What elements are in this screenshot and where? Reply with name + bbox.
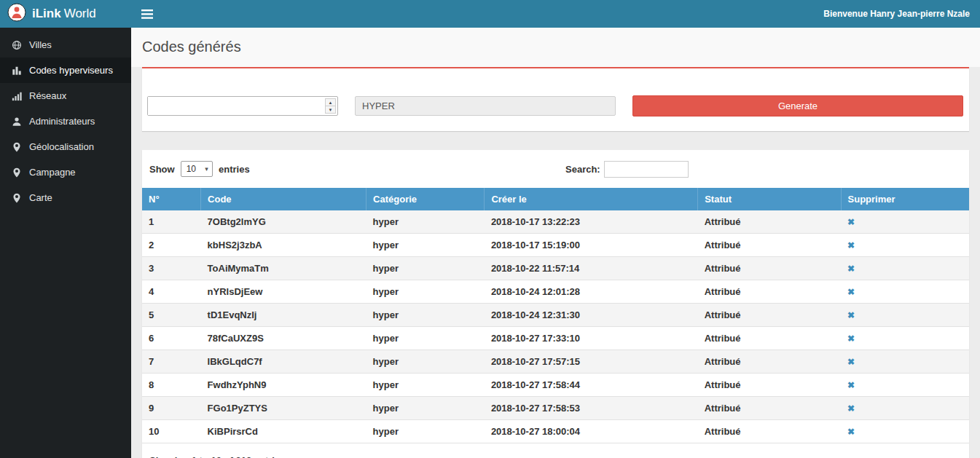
sidebar-item-label: Administrateurs bbox=[29, 116, 95, 127]
row-number-cell: 3 bbox=[142, 257, 201, 280]
status-cell: Attribué bbox=[698, 420, 841, 443]
status-cell: Attribué bbox=[698, 350, 841, 374]
stepper-up-icon[interactable]: ▲ bbox=[326, 99, 335, 106]
brand[interactable]: iLinkWorld bbox=[0, 0, 131, 28]
page-length-select[interactable]: 10 ▾ bbox=[181, 161, 213, 177]
sidebar-item-label: Campagne bbox=[29, 167, 76, 178]
table-row: 9FGo1PyZTYShyper2018-10-27 17:58:53Attri… bbox=[142, 397, 969, 420]
row-number-cell: 2 bbox=[142, 234, 201, 257]
column-header: Supprimer bbox=[841, 188, 969, 210]
quantity-stepper[interactable]: ▲ ▼ bbox=[147, 96, 338, 116]
sidebar-item-campagne[interactable]: Campagne bbox=[0, 159, 131, 185]
table-row: 4nYRlsDjEewhyper2018-10-24 12:01:28Attri… bbox=[142, 280, 969, 304]
sidebar-toggle-icon[interactable] bbox=[141, 9, 153, 19]
brand-text: iLinkWorld bbox=[32, 7, 96, 21]
category-field[interactable] bbox=[355, 96, 616, 116]
sidebar-item-label: Réseaux bbox=[29, 90, 66, 101]
delete-icon[interactable]: ✖ bbox=[847, 310, 855, 320]
delete-icon[interactable]: ✖ bbox=[847, 403, 855, 414]
column-header: Catégorie bbox=[366, 188, 485, 210]
table-info: Showing 1 to 10 of 218 entries bbox=[149, 455, 962, 458]
category-cell: hyper bbox=[366, 257, 485, 280]
category-cell: hyper bbox=[366, 210, 485, 234]
sidebar-item-carte[interactable]: Carte bbox=[0, 185, 131, 210]
created-cell: 2018-10-27 17:33:10 bbox=[485, 327, 698, 350]
sidebar-item-label: Codes hyperviseurs bbox=[29, 65, 113, 76]
row-number-cell: 9 bbox=[142, 397, 201, 420]
delete-icon[interactable]: ✖ bbox=[847, 333, 855, 344]
sidebar-menu: VillesCodes hyperviseursRéseauxAdministr… bbox=[0, 28, 131, 210]
delete-icon[interactable]: ✖ bbox=[847, 427, 855, 437]
search-input[interactable] bbox=[604, 161, 689, 178]
delete-icon[interactable]: ✖ bbox=[847, 287, 855, 297]
stepper-down-icon[interactable]: ▼ bbox=[326, 106, 335, 113]
table-row: 3ToAiMymaTmhyper2018-10-22 11:57:14Attri… bbox=[142, 257, 969, 280]
created-cell: 2018-10-27 18:00:04 bbox=[485, 420, 698, 443]
category-cell: hyper bbox=[366, 327, 485, 350]
delete-icon[interactable]: ✖ bbox=[847, 380, 855, 390]
code-cell: nYRlsDjEew bbox=[201, 280, 366, 304]
created-cell: 2018-10-27 17:58:53 bbox=[485, 397, 698, 420]
table-row: 5tD1EvqNzIjhyper2018-10-24 12:31:30Attri… bbox=[142, 304, 969, 327]
table-header-row: N°CodeCatégorieCréer leStatutSupprimer bbox=[142, 188, 969, 210]
table-row: 8FwdhzYphN9hyper2018-10-27 17:58:44Attri… bbox=[142, 374, 969, 397]
map-marker-icon bbox=[11, 167, 22, 178]
code-cell: FwdhzYphN9 bbox=[201, 374, 366, 397]
quantity-input[interactable] bbox=[148, 97, 325, 115]
entries-label: entries bbox=[219, 164, 250, 175]
signal-icon bbox=[11, 91, 22, 101]
category-cell: hyper bbox=[366, 374, 485, 397]
delete-cell: ✖ bbox=[841, 210, 969, 234]
main-content: Codes générés ▲ ▼ Generate Show 10 ▾ ent… bbox=[131, 28, 980, 458]
row-number-cell: 7 bbox=[142, 350, 201, 374]
search-label: Search: bbox=[565, 164, 600, 175]
sidebar-item-geolocalisation[interactable]: Géolocalisation bbox=[0, 134, 131, 159]
sidebar-item-reseaux[interactable]: Réseaux bbox=[0, 83, 131, 108]
sidebar-item-administrateurs[interactable]: Administrateurs bbox=[0, 108, 131, 134]
generate-button[interactable]: Generate bbox=[632, 95, 963, 117]
category-cell: hyper bbox=[366, 234, 485, 257]
status-cell: Attribué bbox=[698, 327, 841, 350]
created-cell: 2018-10-17 13:22:23 bbox=[485, 210, 698, 234]
stepper-arrows[interactable]: ▲ ▼ bbox=[325, 98, 336, 114]
delete-cell: ✖ bbox=[841, 234, 969, 257]
page-title: Codes générés bbox=[142, 39, 969, 55]
table-panel: Show 10 ▾ entries Search: N°CodeCatégori… bbox=[142, 150, 969, 458]
code-cell: kbHS2j3zbA bbox=[201, 234, 366, 257]
status-cell: Attribué bbox=[698, 234, 841, 257]
show-label: Show bbox=[149, 164, 175, 175]
sidebar-item-codes-hyperviseurs[interactable]: Codes hyperviseurs bbox=[0, 58, 131, 83]
delete-cell: ✖ bbox=[841, 350, 969, 374]
delete-cell: ✖ bbox=[841, 374, 969, 397]
column-header: Code bbox=[201, 188, 366, 210]
code-cell: ToAiMymaTm bbox=[201, 257, 366, 280]
created-cell: 2018-10-22 11:57:14 bbox=[485, 257, 698, 280]
status-cell: Attribué bbox=[698, 397, 841, 420]
delete-icon[interactable]: ✖ bbox=[847, 217, 855, 227]
category-cell: hyper bbox=[366, 304, 485, 327]
delete-cell: ✖ bbox=[841, 420, 969, 443]
content-header: Codes générés bbox=[131, 28, 980, 67]
delete-cell: ✖ bbox=[841, 257, 969, 280]
column-header: Statut bbox=[698, 188, 841, 210]
code-cell: KiBPirsrCd bbox=[201, 420, 366, 443]
sidebar: iLinkWorld VillesCodes hyperviseursRésea… bbox=[0, 0, 131, 458]
delete-icon[interactable]: ✖ bbox=[847, 264, 855, 274]
row-number-cell: 1 bbox=[142, 210, 201, 234]
status-cell: Attribué bbox=[698, 280, 841, 304]
code-cell: IBkGLqdC7f bbox=[201, 350, 366, 374]
table-filter: Search: bbox=[565, 161, 689, 178]
created-cell: 2018-10-24 12:01:28 bbox=[485, 280, 698, 304]
status-cell: Attribué bbox=[698, 304, 841, 327]
row-number-cell: 10 bbox=[142, 420, 201, 443]
table-row: 2kbHS2j3zbAhyper2018-10-17 15:19:00Attri… bbox=[142, 234, 969, 257]
code-cell: FGo1PyZTYS bbox=[201, 397, 366, 420]
column-header: N° bbox=[142, 188, 201, 210]
status-cell: Attribué bbox=[698, 374, 841, 397]
delete-icon[interactable]: ✖ bbox=[847, 240, 855, 250]
sidebar-item-villes[interactable]: Villes bbox=[0, 32, 131, 58]
code-cell: 7OBtg2lmYG bbox=[201, 210, 366, 234]
delete-icon[interactable]: ✖ bbox=[847, 357, 855, 367]
column-header: Créer le bbox=[485, 188, 698, 210]
table-row: 17OBtg2lmYGhyper2018-10-17 13:22:23Attri… bbox=[142, 210, 969, 234]
